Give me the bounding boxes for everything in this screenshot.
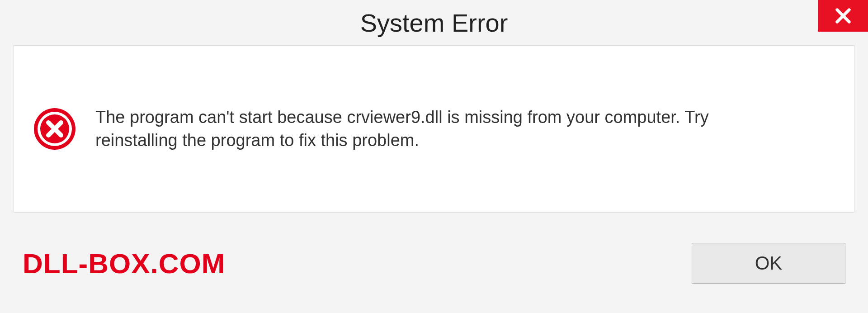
- content-panel: The program can't start because crviewer…: [14, 45, 854, 213]
- titlebar: System Error: [0, 0, 868, 45]
- watermark-text: DLL-BOX.COM: [23, 247, 225, 280]
- close-button[interactable]: [818, 0, 868, 32]
- dialog-footer: DLL-BOX.COM OK: [0, 227, 868, 313]
- dialog-title: System Error: [360, 8, 508, 38]
- error-dialog: System Error The program can't start bec…: [0, 0, 868, 313]
- ok-button[interactable]: OK: [692, 243, 845, 284]
- error-message: The program can't start because crviewer…: [95, 106, 774, 152]
- close-icon: [834, 7, 852, 25]
- error-icon: [32, 106, 77, 152]
